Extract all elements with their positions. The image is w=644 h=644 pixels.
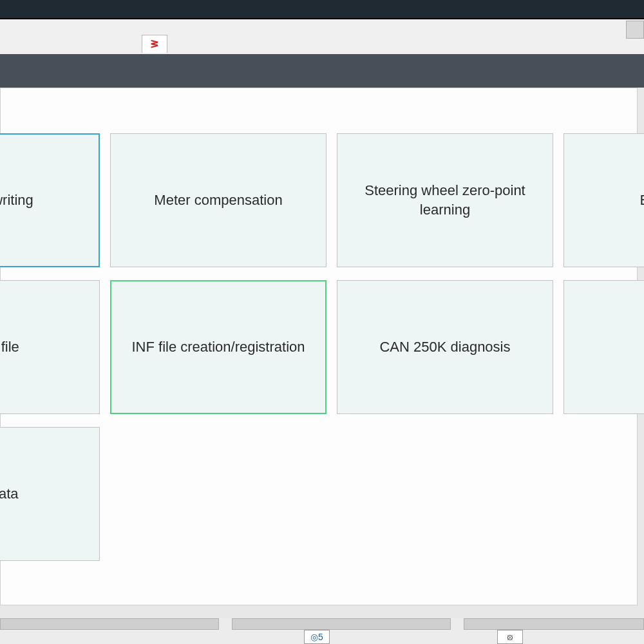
app-tab[interactable]: ᕒ bbox=[142, 35, 167, 53]
footer-segment bbox=[0, 618, 219, 630]
function-tile-label: Steering wheel zero-point learning bbox=[348, 181, 542, 219]
footer-button-2[interactable]: ⦻ bbox=[497, 630, 523, 644]
function-tile-label: CAN 250K diagnosis bbox=[379, 337, 510, 357]
function-tile-0[interactable]: nstant writing bbox=[0, 133, 100, 267]
function-tile-label: line data bbox=[0, 484, 19, 504]
function-tile-label: INF file creation/registration bbox=[132, 337, 305, 357]
footer-button-1[interactable]: ◎5 bbox=[304, 630, 330, 644]
function-tile-2[interactable]: Steering wheel zero-point learning bbox=[337, 133, 553, 267]
footer-segment bbox=[232, 618, 451, 630]
app-tab-glyph: ᕒ bbox=[151, 38, 158, 50]
function-tile-1[interactable]: Meter compensation bbox=[110, 133, 327, 267]
function-tile-label: repro file bbox=[0, 337, 19, 357]
function-tile-label: nstant writing bbox=[0, 191, 33, 210]
toolbar-button[interactable] bbox=[626, 21, 644, 39]
footer-segment bbox=[464, 618, 644, 630]
function-tile-3[interactable]: Engine nu bbox=[564, 133, 644, 267]
footer-button-2-label: ⦻ bbox=[506, 632, 515, 642]
footer-button-1-label: ◎5 bbox=[310, 632, 323, 642]
function-tile-5[interactable]: INF file creation/registration bbox=[110, 280, 327, 414]
main-panel: nstant writingMeter compensationSteering… bbox=[0, 88, 638, 605]
function-tile-7[interactable]: Event bbox=[564, 280, 644, 414]
function-tile-8[interactable]: line data bbox=[0, 427, 100, 561]
footer: ◎5 ⦻ bbox=[0, 618, 644, 644]
window-title-bar bbox=[0, 0, 644, 19]
function-grid: nstant writingMeter compensationSteering… bbox=[0, 133, 644, 561]
toolbar-strip: ᕒ bbox=[0, 19, 644, 55]
function-tile-label: Meter compensation bbox=[154, 191, 282, 210]
function-tile-6[interactable]: CAN 250K diagnosis bbox=[337, 280, 553, 414]
section-header bbox=[0, 54, 644, 88]
function-tile-label: Engine nu bbox=[639, 191, 644, 210]
function-tile-4[interactable]: repro file bbox=[0, 280, 100, 414]
